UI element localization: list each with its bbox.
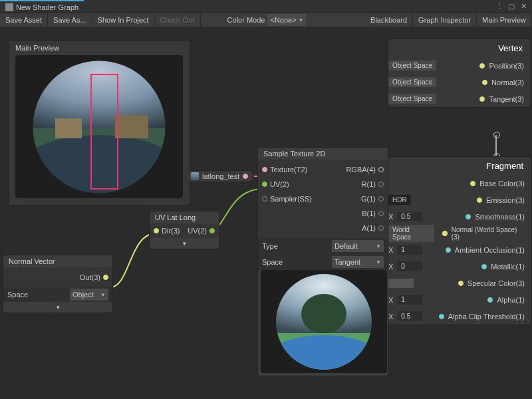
input-port[interactable] <box>262 196 267 201</box>
fragment-master-node[interactable]: Fragment Base Color(3) HDREmission(3) X0… <box>388 156 532 325</box>
vertex-master-node[interactable]: Vertex Object Space Position(3) Object S… <box>388 39 531 108</box>
svg-rect-4 <box>55 118 82 138</box>
output-port[interactable] <box>378 211 384 216</box>
normal-ws-row: World SpaceNormal (World Space)(3) <box>388 225 531 241</box>
blackboard-button[interactable]: Blackboard <box>365 13 413 27</box>
texture-property-node[interactable]: latlong_test <box>185 170 254 182</box>
x-label: X <box>388 296 393 304</box>
main-preview-button[interactable]: Main Preview <box>477 13 532 27</box>
output-port[interactable] <box>378 196 384 201</box>
save-asset-button[interactable]: Save Asset <box>0 13 48 27</box>
in-label: Dir(3) <box>162 227 180 235</box>
input-port[interactable] <box>262 182 267 187</box>
port-label: Specular Color(3) <box>467 279 525 287</box>
input-port[interactable] <box>470 181 475 186</box>
expand-toggle[interactable]: ▾ <box>3 302 112 313</box>
sample-texture-2d-node[interactable]: Sample Texture 2D Texture(T2) UV(2) Samp… <box>257 147 388 376</box>
color-mode-dropdown[interactable]: <None> ▼ <box>267 14 306 26</box>
value-input[interactable]: 0.5 <box>397 311 422 321</box>
main-preview-viewport[interactable] <box>15 55 183 198</box>
type-dropdown[interactable]: Default▼ <box>332 240 384 252</box>
uv-port-row: UV(2) <box>258 177 323 192</box>
save-as-button[interactable]: Save As... <box>48 13 92 27</box>
window-tab[interactable]: New Shader Graph <box>0 0 84 13</box>
space-label: Space <box>262 258 283 266</box>
space-control: Space Tangent▼ <box>258 254 388 270</box>
alpha-clip-row: X0.5Alpha Clip Threshold(1) <box>388 308 531 325</box>
expand-toggle[interactable]: ▾ <box>150 238 219 249</box>
smoothness-row: X0.5Smoothness(1) <box>388 208 531 225</box>
input-port[interactable] <box>458 281 464 286</box>
space-chip[interactable]: Object Space <box>388 77 436 87</box>
input-port[interactable] <box>154 228 159 233</box>
value-input[interactable]: 1 <box>397 245 422 255</box>
input-port[interactable] <box>262 167 267 172</box>
r-port-row: R(1) <box>323 177 388 192</box>
output-port[interactable] <box>378 182 384 187</box>
port-label: RGBA(4) <box>346 166 376 174</box>
chevron-down-icon: ▼ <box>100 292 106 298</box>
b-port-row: B(1) <box>323 206 388 221</box>
hdr-chip[interactable]: HDR <box>388 195 411 205</box>
node-preview[interactable] <box>261 270 387 373</box>
port-label: Texture(T2) <box>270 166 307 174</box>
maximize-icon[interactable]: ▢ <box>507 2 516 11</box>
input-port[interactable] <box>442 231 448 236</box>
graph-canvas[interactable]: Main Preview <box>0 27 532 399</box>
close-icon[interactable]: ✕ <box>519 2 528 11</box>
color-swatch[interactable] <box>388 279 414 288</box>
type-control: Type Default▼ <box>258 238 388 254</box>
chevron-down-icon: ▼ <box>299 17 304 23</box>
value-input[interactable]: 1 <box>397 295 422 305</box>
port-label: Alpha(1) <box>497 296 525 304</box>
space-chip[interactable]: World Space <box>388 225 434 242</box>
input-port[interactable] <box>482 80 487 85</box>
input-port[interactable] <box>477 198 482 203</box>
property-label: latlong_test <box>202 172 239 180</box>
fragment-title[interactable]: Fragment <box>388 157 531 175</box>
node-title: UV Lat Long <box>150 211 219 223</box>
graph-inspector-button[interactable]: Graph Inspector <box>413 13 477 27</box>
input-port[interactable] <box>446 247 451 253</box>
main-preview-panel[interactable]: Main Preview <box>8 40 190 205</box>
space-dropdown[interactable]: Object ▼ <box>70 289 108 301</box>
space-dropdown[interactable]: Tangent▼ <box>332 256 384 268</box>
port-label: Position(3) <box>489 62 524 70</box>
out-label: UV(2) <box>188 227 207 235</box>
input-port[interactable] <box>479 63 485 68</box>
normal-vector-node[interactable]: Normal Vector Out(3) Space Object ▼ ▾ <box>3 255 113 313</box>
port-label: Sampler(SS) <box>270 195 312 203</box>
x-label: X <box>388 313 393 321</box>
port-label: R(1) <box>362 180 376 188</box>
out-port-row: Out(3) <box>3 270 112 285</box>
space-control: Space Object ▼ <box>3 287 112 302</box>
vertex-title[interactable]: Vertex <box>388 39 531 57</box>
value-input[interactable]: 0.5 <box>397 211 422 221</box>
input-port[interactable] <box>439 314 444 319</box>
space-chip[interactable]: Object Space <box>388 61 436 70</box>
x-label: X <box>388 213 393 221</box>
port-label: Tangent(3) <box>489 95 524 103</box>
uv-lat-long-node[interactable]: UV Lat Long Dir(3) UV(2) ▾ <box>149 211 219 249</box>
input-port[interactable] <box>487 297 493 303</box>
input-port[interactable] <box>479 96 485 102</box>
node-body: Out(3) <box>3 267 112 287</box>
port-label: Base Color(3) <box>479 180 525 188</box>
menu-icon[interactable]: ⋮ <box>495 2 504 11</box>
space-chip[interactable]: Object Space <box>388 94 436 104</box>
output-port[interactable] <box>243 174 248 179</box>
node-title: Sample Texture 2D <box>258 148 388 160</box>
output-port[interactable] <box>378 167 384 172</box>
output-port[interactable] <box>209 228 215 233</box>
output-port[interactable] <box>378 225 384 231</box>
check-out-button[interactable]: Check Out <box>155 13 201 27</box>
node-body: Dir(3) UV(2) <box>150 223 219 238</box>
input-port[interactable] <box>466 214 471 219</box>
input-port[interactable] <box>481 264 487 269</box>
show-in-project-button[interactable]: Show In Project <box>92 13 155 27</box>
output-port[interactable] <box>103 275 108 280</box>
space-label: Space <box>7 291 28 299</box>
value-input[interactable]: 0 <box>397 261 422 271</box>
texture-port-row: Texture(T2) <box>258 162 323 177</box>
window-title: New Shader Graph <box>16 3 78 11</box>
